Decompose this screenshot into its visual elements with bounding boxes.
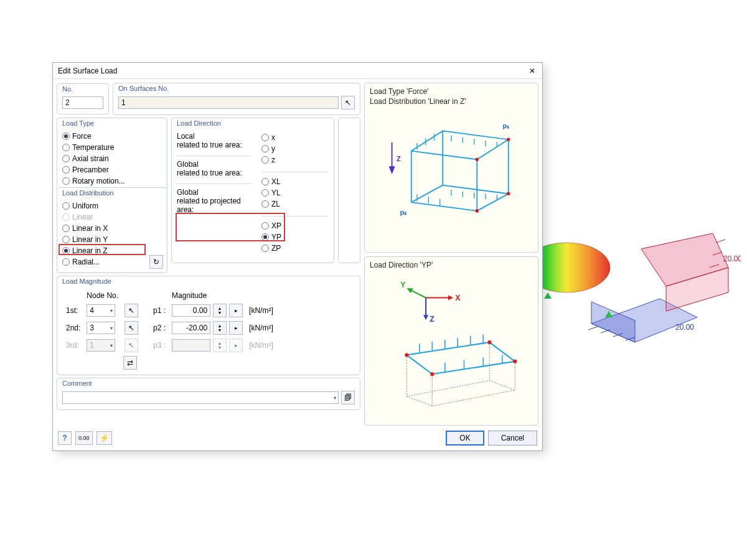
load-magnitude-group: Load Magnitude Node No. Magnitude 1st: 4…: [57, 276, 360, 375]
load-type-title: Load Type: [62, 119, 94, 127]
radio-label: Temperature: [72, 143, 114, 152]
cursor-icon: ↖: [128, 341, 134, 350]
mag-step-button[interactable]: ▸: [229, 304, 243, 317]
mag-spinner: ▲ ▼: [213, 338, 227, 352]
load-distribution-option[interactable]: Linear in Y: [62, 234, 162, 245]
mag-node-select[interactable]: 3▾: [87, 322, 115, 334]
load-distribution-option[interactable]: Radial...: [62, 256, 162, 268]
chevron-down-icon: ▾: [110, 343, 113, 348]
mag-value-input[interactable]: [172, 304, 210, 317]
radio-label: Precamber: [72, 166, 109, 174]
radio-icon: [62, 225, 70, 232]
svg-point-36: [476, 209, 479, 213]
calc-button[interactable]: ⚡: [96, 431, 112, 445]
preview1-p2: p₂: [400, 208, 406, 216]
svg-point-60: [487, 340, 491, 344]
load-direction-option[interactable]: z: [261, 154, 329, 166]
load-direction-title: Load Direction: [177, 119, 221, 127]
radio-label: XL: [271, 177, 281, 186]
mag-step-button: ▸: [229, 338, 243, 352]
mag-node-select[interactable]: 4▾: [87, 304, 115, 317]
close-button[interactable]: ✕: [527, 67, 537, 75]
mag-node-value: 4: [90, 306, 94, 315]
load-distribution-group: Load Distribution Uniform Linear Linear …: [57, 187, 167, 273]
chevron-down-icon: ▼: [218, 310, 222, 315]
svg-marker-3: [591, 302, 635, 342]
dialog-footer: ? 0.00 ⚡ OK Cancel: [53, 426, 542, 450]
on-surfaces-input[interactable]: [118, 96, 339, 109]
mag-spinner[interactable]: ▲ ▼: [213, 304, 227, 317]
load-type-option[interactable]: Force: [62, 131, 162, 142]
load-direction-option[interactable]: ZL: [261, 198, 329, 210]
radio-label: Linear in X: [72, 224, 108, 233]
radio-label: Rotary motion...: [72, 177, 125, 185]
svg-point-59: [405, 353, 408, 357]
pick-node-button[interactable]: ↖: [125, 321, 138, 335]
load-type-option[interactable]: Axial strain: [62, 153, 162, 164]
radio-label: Axial strain: [72, 154, 109, 163]
load-distribution-option[interactable]: Uniform: [62, 200, 162, 212]
dir-global-true-sub: related to true area:: [177, 169, 251, 177]
units-button[interactable]: 0.00: [75, 431, 93, 445]
load-direction-option[interactable]: XL: [261, 176, 329, 187]
radio-label: y: [271, 144, 275, 153]
load-direction-option[interactable]: XP: [261, 220, 329, 231]
radio-label: YP: [271, 233, 281, 241]
load-distribution-option[interactable]: Linear in X: [62, 223, 162, 234]
chevron-right-icon: ▸: [235, 342, 238, 348]
preview-load-direction: Load Direction 'YP' X Y Z: [364, 256, 538, 426]
radio-icon: [261, 222, 269, 230]
load-direction-option[interactable]: ZP: [261, 243, 329, 254]
help-button[interactable]: ?: [58, 431, 72, 445]
spacer-group: [338, 118, 360, 263]
mag-value-input[interactable]: [172, 322, 210, 334]
radio-label: Radial...: [72, 258, 100, 266]
preview1-z: Z: [397, 155, 401, 162]
load-distribution-more-button[interactable]: ↻: [149, 255, 163, 269]
swap-nodes-button[interactable]: ⇄: [123, 356, 137, 370]
load-direction-option[interactable]: YP: [261, 231, 329, 243]
comment-combo[interactable]: ▾: [62, 391, 339, 404]
radio-icon: [261, 200, 269, 208]
radio-icon: [62, 213, 70, 221]
mag-step-button[interactable]: ▸: [229, 321, 243, 335]
comment-library-button[interactable]: 🗐: [341, 391, 355, 404]
radio-label: ZL: [271, 200, 280, 208]
chevron-down-icon: ▼: [218, 328, 222, 332]
radio-label: Force: [72, 132, 92, 141]
dir-global-true-label: Global: [177, 160, 251, 169]
load-type-option[interactable]: Temperature: [62, 142, 162, 153]
radio-icon: [62, 177, 70, 185]
radio-label: Linear: [72, 213, 93, 222]
load-type-option[interactable]: Rotary motion...: [62, 175, 162, 187]
no-input[interactable]: [62, 96, 103, 109]
chevron-up-icon: ▲: [218, 306, 222, 310]
svg-marker-58: [406, 380, 515, 406]
load-direction-option[interactable]: y: [261, 143, 329, 154]
mag-spinner[interactable]: ▲ ▼: [213, 321, 227, 335]
radio-icon: [62, 247, 70, 254]
load-direction-option[interactable]: x: [261, 132, 329, 143]
svg-point-62: [430, 372, 434, 376]
svg-marker-43: [406, 342, 515, 374]
pick-node-button[interactable]: ↖: [125, 304, 138, 317]
mag-node-select: 1▾: [87, 339, 115, 352]
radio-icon: [62, 133, 70, 140]
load-type-option[interactable]: Precamber: [62, 164, 162, 175]
radio-label: Uniform: [72, 202, 98, 210]
svg-line-6: [588, 327, 598, 330]
mag-p-label: p2 :: [142, 320, 168, 336]
svg-point-33: [507, 138, 510, 141]
svg-marker-13: [544, 292, 552, 299]
library-icon: 🗐: [344, 393, 352, 402]
svg-marker-38: [448, 295, 453, 300]
ok-button[interactable]: OK: [446, 431, 484, 446]
load-distribution-option[interactable]: Linear in Z: [62, 245, 162, 256]
pick-surface-button[interactable]: ↖: [341, 96, 355, 110]
load-direction-group: Load Direction Local related to true are…: [171, 118, 334, 263]
svg-marker-42: [423, 315, 428, 320]
radio-icon: [62, 202, 70, 210]
cancel-button[interactable]: Cancel: [488, 431, 537, 446]
load-direction-option[interactable]: YL: [261, 187, 329, 198]
radio-icon: [261, 233, 269, 241]
